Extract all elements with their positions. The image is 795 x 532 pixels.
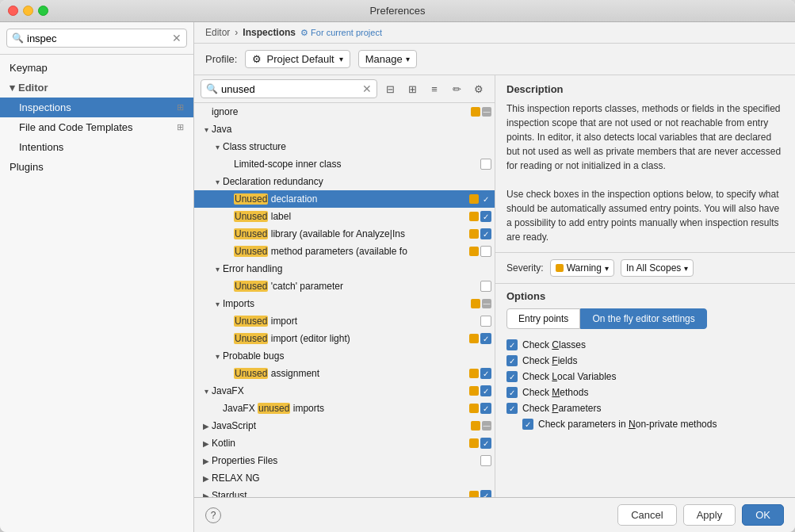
- help-button[interactable]: ?: [205, 507, 221, 523]
- checkbox-check-parameters: ✓ Check Parameters: [506, 400, 784, 416]
- tree-row-javafx-unused-imports[interactable]: JavaFX unused imports ✓: [194, 400, 495, 417]
- profile-arrow: ▾: [339, 55, 343, 63]
- indicator-yellow-6: [471, 299, 480, 308]
- tree-row-unused-library[interactable]: Unused library (available for Analyze|In…: [194, 225, 495, 243]
- tree-row-kotlin[interactable]: ▶ Kotlin ✓: [194, 434, 495, 452]
- tree-row-stardust[interactable]: ▶ Stardust ✓: [194, 487, 495, 497]
- tree-row-javascript[interactable]: ▶ JavaScript —: [194, 417, 495, 434]
- expand-btn[interactable]: ⊞: [403, 79, 422, 98]
- sidebar-inspections-label: Inspections: [19, 101, 71, 113]
- close-button[interactable]: [8, 6, 18, 16]
- tree-label-javascript: JavaScript: [212, 420, 468, 431]
- sidebar-item-editor[interactable]: ▾ Editor: [0, 78, 193, 98]
- indicator-check-9[interactable]: ✓: [480, 490, 491, 497]
- tree-row-unused-declaration[interactable]: Unused declaration ✓: [194, 190, 495, 208]
- tree-label-stardust: Stardust: [212, 490, 466, 497]
- options-section: Options Entry points On the fly editor s…: [495, 284, 795, 497]
- profile-row: Profile: ⚙ Project Default ▾ Manage ▾: [194, 44, 795, 75]
- tab-fly-editor[interactable]: On the fly editor settings: [580, 308, 706, 329]
- indicator-check-8[interactable]: ✓: [480, 438, 491, 449]
- sidebar-item-plugins[interactable]: Plugins: [0, 157, 193, 177]
- severity-arrow: ▾: [605, 264, 609, 273]
- tree-row-javafx[interactable]: ▾ JavaFX ✓: [194, 382, 495, 400]
- cb-methods[interactable]: ✓: [506, 387, 518, 398]
- sidebar-item-file-code-templates[interactable]: File and Code Templates ⊞: [0, 117, 193, 137]
- tree-indicators-kotlin: ✓: [469, 438, 491, 449]
- tree-indicators-unused-catch: [480, 281, 491, 292]
- tree-label-unused-method-params: Unused method parameters (available fo: [234, 246, 466, 257]
- tree-toolbar: 🔍 ✕ ⊟ ⊞ ≡ ✏ ⚙: [194, 75, 495, 103]
- settings-btn[interactable]: ⚙: [469, 79, 488, 98]
- indicator-check-4[interactable]: ✓: [480, 333, 491, 344]
- cb-classes[interactable]: ✓: [506, 339, 518, 350]
- filter-clear-icon[interactable]: ✕: [362, 82, 372, 95]
- ok-button[interactable]: OK: [742, 504, 784, 526]
- tree-label-unused-library: Unused library (available for Analyze|In…: [234, 228, 466, 239]
- tree-row-unused-import-editor[interactable]: Unused import (editor light) ✓: [194, 330, 495, 347]
- edit-btn[interactable]: ✏: [447, 79, 466, 98]
- cb-params-nonprivate-label: Check parameters in Non-private methods: [538, 419, 717, 430]
- manage-button[interactable]: Manage ▾: [358, 50, 417, 68]
- tree-arrow-kotlin: ▶: [201, 439, 212, 448]
- apply-button[interactable]: Apply: [683, 504, 736, 526]
- cb-parameters[interactable]: ✓: [506, 403, 518, 414]
- severity-dropdown[interactable]: Warning ▾: [550, 259, 614, 277]
- maximize-button[interactable]: [38, 6, 48, 16]
- tree-label-unused-import-editor: Unused import (editor light): [234, 333, 466, 344]
- indicator-yellow-3: [469, 212, 479, 221]
- tree-content: ignore — ▾ Java: [194, 103, 495, 497]
- profile-dropdown[interactable]: ⚙ Project Default ▾: [245, 50, 350, 68]
- tree-arrow-error-handling: ▾: [212, 265, 223, 274]
- tree-row-unused-method-params[interactable]: Unused method parameters (available fo: [194, 243, 495, 260]
- tree-arrow-decl-redundancy: ▾: [212, 178, 223, 186]
- indicator-yellow-13: [469, 491, 479, 497]
- minimize-button[interactable]: [23, 6, 33, 16]
- indicator-check-6[interactable]: ✓: [480, 385, 491, 396]
- sidebar-item-keymap[interactable]: Keymap: [0, 58, 193, 78]
- indicator-check-3[interactable]: ✓: [480, 228, 491, 239]
- tree-row-imports[interactable]: ▾ Imports —: [194, 295, 495, 312]
- tab-entry-points[interactable]: Entry points: [506, 308, 580, 329]
- tree-row-limited-scope[interactable]: Limited-scope inner class: [194, 155, 495, 173]
- project-link[interactable]: ⚙ For current project: [300, 28, 382, 38]
- indicator-check-5[interactable]: ✓: [480, 368, 491, 379]
- breadcrumb-editor: Editor: [205, 27, 230, 38]
- tree-indicators-javafx-unused-imports: ✓: [469, 403, 491, 414]
- tree-row-java[interactable]: ▾ Java: [194, 121, 495, 138]
- tree-row-probable-bugs[interactable]: ▾ Probable bugs: [194, 347, 495, 365]
- scope-dropdown[interactable]: In All Scopes ▾: [621, 259, 694, 277]
- tree-filter-input[interactable]: [221, 83, 362, 95]
- indicator-check[interactable]: ✓: [480, 193, 491, 205]
- tree-row-properties-files[interactable]: ▶ Properties Files: [194, 452, 495, 469]
- tree-row-decl-redundancy[interactable]: ▾ Declaration redundancy: [194, 173, 495, 190]
- indicator-check-2[interactable]: ✓: [480, 211, 491, 222]
- severity-row: Severity: Warning ▾ In All Scopes ▾: [495, 253, 795, 284]
- tree-row-class-structure[interactable]: ▾ Class structure: [194, 138, 495, 155]
- checkbox-check-methods: ✓ Check Methods: [506, 385, 784, 400]
- tree-row-relax-ng[interactable]: ▶ RELAX NG: [194, 469, 495, 487]
- tree-row-error-handling[interactable]: ▾ Error handling: [194, 260, 495, 277]
- sidebar: 🔍 ✕ Keymap ▾ Editor Inspections ⊞: [0, 22, 194, 532]
- collapse-btn[interactable]: ≡: [425, 79, 444, 98]
- profile-label: Profile:: [205, 53, 237, 65]
- indicator-check-7[interactable]: ✓: [480, 403, 491, 414]
- cancel-button[interactable]: Cancel: [617, 504, 676, 526]
- cb-fields[interactable]: ✓: [506, 355, 518, 366]
- sidebar-item-intentions[interactable]: Intentions: [0, 137, 193, 157]
- cb-params-nonprivate[interactable]: ✓: [522, 419, 533, 430]
- tree-row-unused-import[interactable]: Unused import: [194, 312, 495, 330]
- filter-btn[interactable]: ⊟: [380, 79, 399, 98]
- sidebar-search-input[interactable]: [27, 33, 172, 44]
- tree-row-unused-catch[interactable]: Unused 'catch' parameter: [194, 277, 495, 295]
- cb-local[interactable]: ✓: [506, 371, 518, 382]
- search-clear-icon[interactable]: ✕: [172, 32, 182, 44]
- sidebar-file-code-label: File and Code Templates: [19, 121, 133, 133]
- sidebar-intentions-label: Intentions: [19, 141, 63, 153]
- tree-indicators-unused-label: ✓: [469, 211, 491, 222]
- sidebar-item-inspections[interactable]: Inspections ⊞: [0, 98, 193, 117]
- tree-row-unused-assignment[interactable]: Unused assignment ✓: [194, 365, 495, 382]
- severity-dot: [556, 264, 564, 272]
- tree-row-ignore[interactable]: ignore —: [194, 103, 495, 121]
- tree-row-unused-label[interactable]: Unused label ✓: [194, 208, 495, 225]
- highlight-unused-8: Unused: [234, 368, 268, 379]
